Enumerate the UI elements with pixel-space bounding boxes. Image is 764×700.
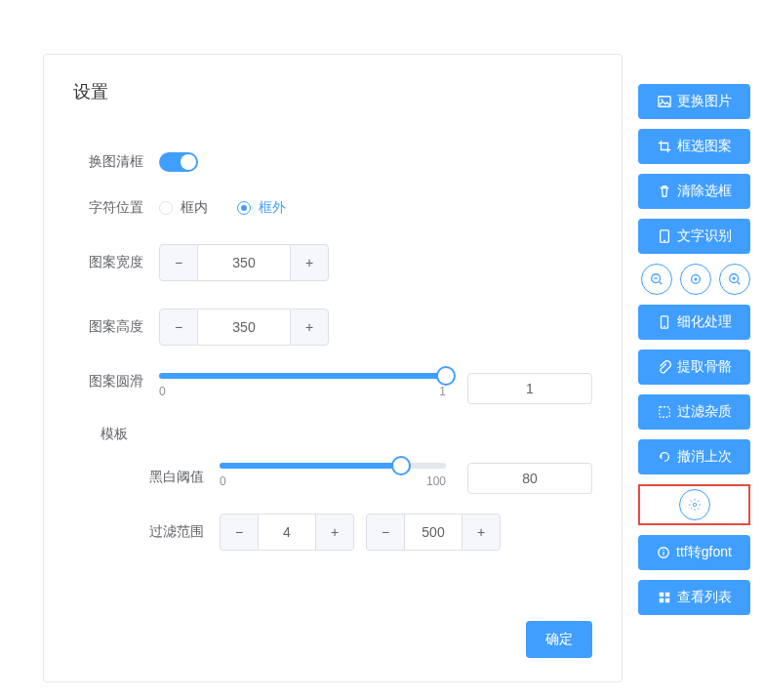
clear-frame-toggle[interactable] bbox=[159, 152, 198, 172]
trash-icon bbox=[658, 185, 671, 198]
zoom-controls bbox=[638, 264, 750, 295]
height-increment-button[interactable]: + bbox=[290, 309, 329, 346]
ttf-convert-button[interactable]: ttf转gfont bbox=[638, 535, 750, 570]
zoom-in-icon bbox=[728, 272, 742, 286]
info-icon bbox=[657, 546, 670, 559]
filter-range-row: 过滤范围 − + − + bbox=[73, 514, 592, 551]
svg-rect-23 bbox=[664, 598, 668, 602]
svg-point-19 bbox=[663, 550, 663, 551]
filter-low-stepper: − + bbox=[220, 514, 354, 551]
filter-icon bbox=[658, 405, 671, 419]
smooth-slider-thumb[interactable] bbox=[436, 366, 456, 386]
radio-circle-icon bbox=[237, 201, 251, 215]
attachment-icon bbox=[658, 360, 671, 374]
smooth-max: 1 bbox=[439, 385, 446, 398]
settings-panel: 设置 换图清框 字符位置 框内 框外 图案宽度 − + 图案高度 − bbox=[43, 54, 623, 682]
threshold-slider-thumb[interactable] bbox=[391, 456, 411, 475]
crop-icon bbox=[658, 140, 671, 153]
zoom-in-button[interactable] bbox=[719, 264, 750, 295]
char-position-row: 字符位置 框内 框外 bbox=[73, 199, 592, 217]
threshold-label: 黑白阈值 bbox=[73, 463, 204, 486]
smooth-min: 0 bbox=[159, 385, 166, 398]
smooth-value: 1 bbox=[467, 373, 592, 404]
pattern-width-row: 图案宽度 − + bbox=[73, 244, 592, 281]
radio-circle-icon bbox=[159, 201, 173, 215]
filter-high-increment-button[interactable]: + bbox=[462, 514, 501, 551]
radio-outside[interactable]: 框外 bbox=[237, 199, 286, 217]
filter-high-decrement-button[interactable]: − bbox=[366, 514, 405, 551]
text-recognition-button[interactable]: 文字识别 bbox=[638, 219, 750, 254]
undo-label: 撤消上次 bbox=[677, 448, 732, 466]
confirm-button[interactable]: 确定 bbox=[526, 621, 592, 658]
svg-point-16 bbox=[693, 503, 697, 507]
filter-low-input[interactable] bbox=[259, 514, 315, 551]
svg-rect-20 bbox=[659, 593, 663, 597]
char-position-radio-group: 框内 框外 bbox=[159, 199, 286, 217]
threshold-max: 100 bbox=[426, 474, 446, 488]
select-pattern-button[interactable]: 框选图案 bbox=[638, 129, 750, 164]
height-input[interactable] bbox=[198, 309, 290, 346]
change-image-label: 更换图片 bbox=[677, 93, 732, 110]
pattern-width-stepper: − + bbox=[159, 244, 329, 281]
threshold-min: 0 bbox=[220, 474, 226, 488]
side-toolbar: 更换图片 框选图案 清除选框 文字识别 细化处理 提取骨骼 过滤杂质 撤消上次 bbox=[638, 84, 750, 615]
image-icon bbox=[658, 95, 671, 108]
threshold-slider[interactable] bbox=[220, 463, 446, 469]
svg-rect-21 bbox=[664, 593, 668, 597]
svg-rect-0 bbox=[658, 97, 669, 107]
clear-selection-button[interactable]: 清除选框 bbox=[638, 174, 750, 209]
svg-rect-22 bbox=[659, 598, 663, 602]
threshold-ticks: 0 100 bbox=[220, 474, 446, 488]
thinning-button[interactable]: 细化处理 bbox=[638, 305, 750, 340]
target-icon bbox=[689, 272, 703, 286]
char-position-label: 字符位置 bbox=[73, 199, 143, 217]
width-decrement-button[interactable]: − bbox=[159, 244, 198, 281]
thinning-label: 细化处理 bbox=[677, 313, 732, 331]
select-pattern-label: 框选图案 bbox=[677, 138, 732, 155]
clear-selection-label: 清除选框 bbox=[677, 183, 732, 200]
filter-noise-button[interactable]: 过滤杂质 bbox=[638, 394, 750, 430]
undo-button[interactable]: 撤消上次 bbox=[638, 439, 750, 474]
height-decrement-button[interactable]: − bbox=[159, 309, 198, 346]
filter-low-decrement-button[interactable]: − bbox=[220, 514, 259, 551]
pattern-height-stepper: − + bbox=[159, 309, 329, 346]
smooth-slider-wrap: 0 1 bbox=[159, 373, 446, 398]
width-input[interactable] bbox=[198, 244, 290, 281]
smooth-slider[interactable] bbox=[159, 373, 446, 379]
radio-outside-label: 框外 bbox=[259, 199, 286, 217]
svg-line-10 bbox=[738, 282, 741, 285]
smooth-slider-fill bbox=[159, 373, 446, 379]
radio-inside[interactable]: 框内 bbox=[159, 199, 208, 217]
threshold-row: 黑白阈值 0 100 80 bbox=[73, 463, 592, 494]
threshold-value: 80 bbox=[467, 463, 592, 494]
view-list-button[interactable]: 查看列表 bbox=[638, 580, 750, 615]
grid-icon bbox=[658, 591, 671, 604]
extract-skeleton-button[interactable]: 提取骨骼 bbox=[638, 350, 750, 385]
device-icon bbox=[658, 315, 671, 329]
svg-point-1 bbox=[661, 99, 663, 101]
pattern-height-row: 图案高度 − + bbox=[73, 309, 592, 346]
view-list-label: 查看列表 bbox=[677, 589, 732, 606]
ttf-convert-label: ttf转gfont bbox=[676, 544, 732, 561]
clear-frame-row: 换图清框 bbox=[73, 152, 592, 172]
pattern-height-label: 图案高度 bbox=[73, 318, 143, 336]
filter-low-increment-button[interactable]: + bbox=[315, 514, 354, 551]
threshold-slider-wrap: 0 100 bbox=[220, 463, 446, 488]
smooth-ticks: 0 1 bbox=[159, 385, 446, 398]
clear-frame-label: 换图清框 bbox=[73, 153, 143, 171]
filter-high-input[interactable] bbox=[405, 514, 462, 551]
smooth-label: 图案圆滑 bbox=[73, 373, 143, 391]
radio-inside-label: 框内 bbox=[181, 199, 208, 217]
text-recognition-label: 文字识别 bbox=[677, 227, 732, 245]
zoom-out-button[interactable] bbox=[641, 264, 672, 295]
settings-button[interactable] bbox=[679, 489, 710, 520]
tablet-icon bbox=[658, 229, 671, 243]
gear-icon bbox=[688, 498, 702, 512]
filter-noise-label: 过滤杂质 bbox=[677, 403, 732, 421]
zoom-out-icon bbox=[650, 272, 663, 286]
svg-point-8 bbox=[695, 278, 697, 280]
zoom-reset-button[interactable] bbox=[680, 264, 711, 295]
width-increment-button[interactable]: + bbox=[290, 244, 329, 281]
filter-high-stepper: − + bbox=[366, 514, 501, 551]
change-image-button[interactable]: 更换图片 bbox=[638, 84, 750, 119]
